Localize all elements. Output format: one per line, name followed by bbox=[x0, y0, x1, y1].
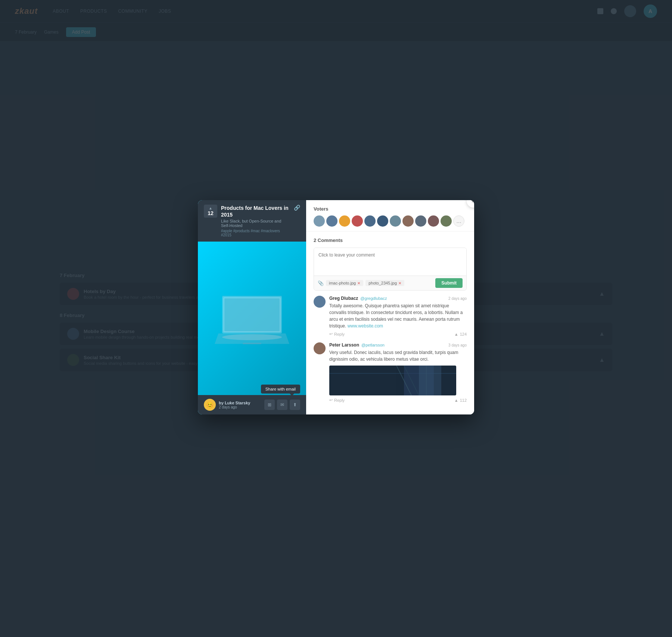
author-info: 😊 by Luke Starsky 2 days ago bbox=[204, 399, 250, 411]
laptop-illustration bbox=[198, 242, 306, 395]
comment-toolbar: 📎 imac-photo.jpg ✕ photo_2345.jpg ✕ Subm… bbox=[314, 276, 466, 290]
post-footer: 😊 by Luke Starsky 2 days ago Share with … bbox=[198, 395, 306, 414]
comments-section: 2 Comments 📎 imac-photo.jpg ✕ photo_2345… bbox=[306, 232, 474, 414]
comment-attached-image bbox=[329, 366, 456, 395]
rank-number: 12 bbox=[204, 210, 217, 216]
svg-rect-5 bbox=[243, 343, 261, 344]
comment-input-area: 📎 imac-photo.jpg ✕ photo_2345.jpg ✕ Subm… bbox=[314, 248, 467, 290]
comment-author-1: Greg Dlubacz bbox=[329, 296, 358, 301]
comment-input[interactable] bbox=[314, 248, 466, 274]
post-tags: #apple #products #mac #maclovers #2015 bbox=[221, 229, 290, 237]
comment-time-1: 2 days ago bbox=[448, 296, 467, 301]
comment-actions-2: ↩ Reply ▲ 112 bbox=[329, 398, 467, 403]
voter-avatar-2 bbox=[326, 215, 337, 227]
submit-comment-button[interactable]: Submit bbox=[435, 278, 463, 288]
share-tooltip: Share with email bbox=[261, 385, 300, 394]
comment-time-2: 3 days ago bbox=[448, 343, 467, 347]
voter-avatar-7 bbox=[390, 215, 401, 227]
attached-file-2: photo_2345.jpg ✕ bbox=[365, 280, 404, 286]
share-email-button[interactable]: ✉ bbox=[277, 400, 287, 410]
post-header: ▲ 12 Products for Mac Lovers in 2015 Lik… bbox=[198, 200, 306, 242]
voter-avatar-8 bbox=[402, 215, 414, 227]
share-export-button[interactable]: ⬆ bbox=[290, 400, 300, 410]
comment-author-2: Peter Larsson bbox=[329, 342, 359, 348]
attached-file-1: imac-photo.jpg ✕ bbox=[326, 280, 363, 286]
comment-reply-1[interactable]: ↩ Reply bbox=[329, 332, 345, 336]
comment-meta-1: Greg Dlubacz @gregdlubacz 2 days ago bbox=[329, 296, 467, 301]
comment-handle-2[interactable]: @petlarsson bbox=[361, 343, 385, 347]
voter-avatar-9 bbox=[415, 215, 426, 227]
author-avatar: 😊 bbox=[204, 399, 216, 411]
author-name: by Luke Starsky bbox=[219, 401, 250, 405]
comment-reply-2[interactable]: ↩ Reply bbox=[329, 398, 345, 403]
voter-avatar-5 bbox=[364, 215, 376, 227]
comment-link-1[interactable]: www.website.com bbox=[348, 323, 383, 329]
modal-right-panel: Voters … 2 Comments bbox=[306, 200, 474, 414]
comment-vote-2[interactable]: ▲ 112 bbox=[454, 398, 467, 403]
comments-title: 2 Comments bbox=[314, 237, 467, 243]
voter-avatar-11 bbox=[441, 215, 452, 227]
voters-avatars: … bbox=[314, 215, 467, 227]
comment-handle-1[interactable]: @gregdlubacz bbox=[360, 296, 387, 301]
svg-rect-9 bbox=[419, 366, 441, 395]
attach-icon[interactable]: 📎 bbox=[318, 280, 324, 286]
voters-more-button[interactable]: … bbox=[453, 215, 464, 227]
file-remove-2[interactable]: ✕ bbox=[398, 281, 401, 285]
comment-avatar-1 bbox=[314, 296, 326, 308]
post-subtitle: Like Slack, but Open-Source and Self-Hos… bbox=[221, 219, 290, 228]
modal-overlay: × ▲ 12 Products for Mac Lovers in 2015 L… bbox=[0, 0, 672, 637]
comment-meta-2: Peter Larsson @petlarsson 3 days ago bbox=[329, 342, 467, 348]
svg-rect-2 bbox=[224, 298, 280, 331]
comment-text-2: Very useful. Donec iaculis, lacus sed gr… bbox=[329, 349, 467, 363]
voter-avatar-6 bbox=[377, 215, 388, 227]
voter-avatar-4 bbox=[352, 215, 363, 227]
share-save-button[interactable]: ⊞ bbox=[264, 400, 275, 410]
post-rank-box: ▲ 12 bbox=[204, 205, 217, 218]
comment-actions-1: ↩ Reply ▲ 124 bbox=[329, 332, 467, 336]
share-icons: ⊞ ✉ ⬆ bbox=[264, 400, 300, 410]
author-time: 2 days ago bbox=[219, 405, 250, 409]
voter-avatar-10 bbox=[428, 215, 439, 227]
comment-2: Peter Larsson @petlarsson 3 days ago Ver… bbox=[314, 342, 467, 403]
modal-left-panel: ▲ 12 Products for Mac Lovers in 2015 Lik… bbox=[198, 200, 306, 414]
comment-text-1: Totally awesome. Quisque pharetra sapien… bbox=[329, 302, 467, 329]
post-link-icon[interactable]: 🔗 bbox=[294, 205, 300, 211]
share-area: Share with email ⊞ ✉ ⬆ bbox=[264, 400, 300, 410]
post-modal: × ▲ 12 Products for Mac Lovers in 2015 L… bbox=[198, 200, 474, 414]
post-title: Products for Mac Lovers in 2015 bbox=[221, 205, 290, 218]
post-image-area bbox=[198, 242, 306, 395]
file-remove-1[interactable]: ✕ bbox=[357, 281, 360, 285]
voter-avatar-3 bbox=[339, 215, 350, 227]
voters-title: Voters bbox=[314, 206, 467, 212]
voter-avatar-1 bbox=[314, 215, 325, 227]
comment-1: Greg Dlubacz @gregdlubacz 2 days ago Tot… bbox=[314, 296, 467, 336]
comment-avatar-2 bbox=[314, 342, 326, 354]
comment-vote-1[interactable]: ▲ 124 bbox=[454, 332, 467, 336]
voters-section: Voters … bbox=[306, 200, 474, 232]
rank-arrow-icon[interactable]: ▲ bbox=[204, 206, 217, 210]
